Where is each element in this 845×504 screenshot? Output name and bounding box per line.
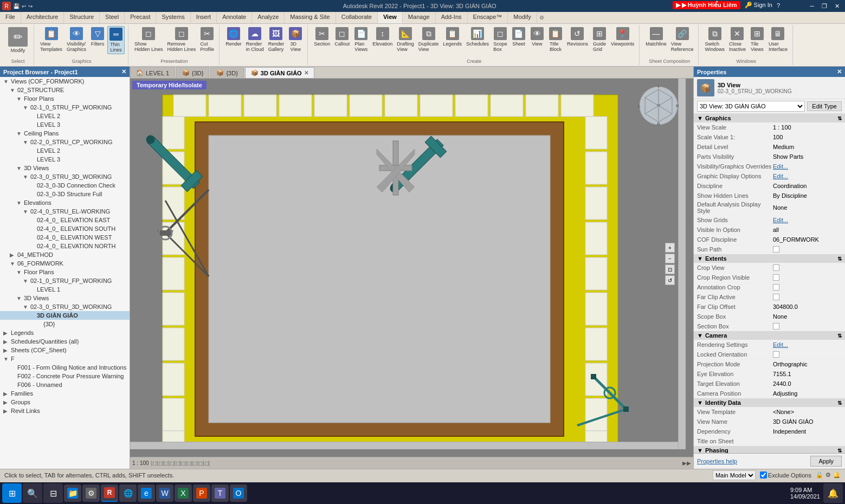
tree-toggle-25[interactable]: ▼ (16, 295, 24, 301)
nav-zoom-out[interactable]: − (665, 254, 675, 263)
tree-toggle-23[interactable]: ▼ (23, 278, 30, 284)
prop-value-detail-level[interactable]: Medium (773, 144, 842, 150)
close-inactive-btn[interactable]: ✕ CloseInactive (727, 26, 747, 53)
taskbar-excel[interactable]: X (175, 484, 192, 502)
quick-access-save[interactable]: 💾 (13, 3, 20, 9)
tab-gian-close[interactable]: ✕ (304, 70, 308, 76)
tree-toggle-7[interactable]: ▼ (23, 139, 30, 145)
remove-hidden-lines-btn[interactable]: ◻ RemoveHidden Lines (166, 26, 198, 53)
plan-views-btn[interactable]: 📄 PlanViews (352, 26, 370, 53)
prop-section-extents[interactable]: ▼ Extents ⇅ (694, 254, 845, 263)
search-btn[interactable]: 🔍 (23, 483, 42, 503)
prop-value-analysis-style[interactable]: None (773, 204, 842, 211)
view-templates-btn[interactable]: 📋 ViewTemplates (38, 26, 64, 54)
minimize-btn[interactable]: ─ (807, 2, 817, 11)
tile-views-btn[interactable]: ⊞ TileViews (749, 26, 766, 53)
tree-item-3[interactable]: ▼02-1_0_STRU_FP_WORKING (0, 103, 130, 112)
schedules-btn[interactable]: 📊 Schedules (465, 26, 491, 53)
tab-steel[interactable]: Steel (100, 12, 125, 23)
prop-edit-type-btn[interactable]: Edit Type (807, 101, 842, 111)
tree-toggle-10[interactable]: ▼ (16, 165, 24, 171)
prop-close-icon[interactable]: ✕ (837, 68, 842, 75)
tree-toggle-20[interactable]: ▶ (10, 252, 17, 258)
notification-btn[interactable]: 🔔 (823, 483, 843, 503)
taskbar-outlook[interactable]: O (230, 484, 247, 502)
tree-item-19[interactable]: 02-4_0_ ELEVATION NORTH (0, 242, 130, 250)
tree-item-31[interactable]: ▶Sheets (COF_Sheet) (0, 346, 130, 354)
prop-value-projection-mode[interactable]: Orthographic (773, 361, 842, 367)
tree-toggle-26[interactable]: ▼ (23, 304, 30, 310)
thin-lines-btn[interactable]: ═ ThinLines (107, 26, 125, 54)
tree-item-4[interactable]: LEVEL 2 (0, 112, 130, 120)
guide-grid-btn[interactable]: ⊞ GuideGrid (591, 26, 608, 53)
prop-value-dependency[interactable]: Independent (773, 428, 842, 435)
start-button[interactable]: ⊞ (2, 483, 22, 503)
prop-checkbox-section-box[interactable] (773, 323, 779, 329)
tab-addins[interactable]: Add-Ins (436, 12, 468, 23)
revisions-btn[interactable]: ↺ Revisions (565, 26, 590, 53)
vertical-scrollbar[interactable] (678, 79, 686, 449)
close-btn[interactable]: ✕ (831, 2, 843, 11)
tab-view[interactable]: View (378, 12, 403, 23)
tree-item-13[interactable]: 02-3_0-3D Structure Full (0, 190, 130, 198)
tree-item-33[interactable]: F001 - Form Oiling Notice and Intruction… (0, 363, 130, 372)
viewport-canvas[interactable]: Temporary Hide/Isolate T B L R (130, 79, 693, 457)
prop-value-view-scale[interactable]: 1 : 100 (773, 124, 842, 131)
tab-file[interactable]: File (0, 12, 21, 23)
prop-checkbox-sun-path[interactable] (773, 246, 779, 253)
tab-3d-1[interactable]: 📦 {3D} (176, 67, 209, 78)
tree-item-5[interactable]: LEVEL 3 (0, 120, 130, 129)
tree-item-24[interactable]: LEVEL 1 (0, 285, 130, 294)
tree-item-32[interactable]: ▼F (0, 354, 130, 363)
tab-analyze[interactable]: Analyze (252, 12, 285, 23)
prop-value-view-template[interactable]: <None> (773, 409, 842, 415)
tree-item-26[interactable]: ▼02-3_0_STRU_3D_WORKING (0, 302, 130, 311)
elevation-btn[interactable]: ↕ Elevation (371, 26, 394, 53)
scope-box-btn[interactable]: ◻ ScopeBox (492, 26, 509, 53)
taskbar-ppt[interactable]: P (193, 484, 210, 502)
tree-toggle-1[interactable]: ▼ (10, 87, 17, 93)
sign-in-btn[interactable]: 🔑 Sign In (745, 2, 772, 9)
drafting-view-btn[interactable]: 📐 DraftingView (395, 26, 416, 53)
taskbar-settings[interactable]: ⚙ (82, 484, 100, 502)
render-btn[interactable]: 🌐 Render (224, 26, 243, 53)
tab-structure[interactable]: Structure (64, 12, 100, 23)
tree-item-38[interactable]: ▶Revit Links (0, 406, 130, 415)
tree-item-21[interactable]: ▼06_FORMWORK (0, 259, 130, 268)
nav-cube[interactable]: T B L R ⊙ (637, 84, 680, 127)
render-cloud-btn[interactable]: ☁ Renderin Cloud (244, 26, 266, 53)
tree-item-28[interactable]: {3D} (0, 320, 130, 328)
prop-value-show-grids[interactable]: Edit... (773, 217, 842, 223)
prop-selector[interactable]: 3D View: 3D GIÀN GIÁO (697, 101, 805, 112)
title-block-btn[interactable]: 📋 TitleBlock (547, 26, 564, 53)
viewpoints-btn[interactable]: 📍 Viewpoints (609, 26, 636, 53)
tree-item-10[interactable]: ▼3D Views (0, 164, 130, 172)
tab-enscape[interactable]: Enscape™ (468, 12, 508, 23)
prop-section-identity[interactable]: ▼ Identity Data ⇅ (694, 398, 845, 407)
switch-windows-btn[interactable]: ⧉ SwitchWindows (703, 26, 726, 53)
filters-btn[interactable]: ▽ Filters (89, 26, 106, 54)
restore-btn[interactable]: ❐ (818, 2, 830, 11)
view-reference-btn[interactable]: 🔗 ViewReference (669, 26, 695, 53)
prop-value-view-name[interactable]: 3D GIÀN GIÁO (773, 418, 842, 425)
prop-value-visible-option[interactable]: all (773, 227, 842, 233)
prop-section-graphics[interactable]: ▼ Graphics ⇅ (694, 114, 845, 122)
tab-level1[interactable]: 🏠 LEVEL 1 (130, 67, 175, 78)
tree-item-35[interactable]: F006 - Unnamed (0, 380, 130, 389)
tree-item-9[interactable]: LEVEL 3 (0, 155, 130, 164)
tree-toggle-11[interactable]: ▼ (23, 174, 30, 180)
prop-value-target-elevation[interactable]: 2440.0 (773, 380, 842, 387)
tree-toggle-14[interactable]: ▼ (16, 200, 24, 206)
tree-item-6[interactable]: ▼Ceiling Plans (0, 129, 130, 138)
tree-toggle-15[interactable]: ▼ (23, 209, 30, 215)
nav-zoom-in[interactable]: + (665, 243, 675, 253)
taskbar-teams[interactable]: T (211, 484, 229, 502)
tab-3d-2[interactable]: 📦 {3D} (210, 67, 243, 78)
tree-toggle-36[interactable]: ▶ (3, 391, 11, 397)
sheet-btn[interactable]: 📄 Sheet (510, 26, 527, 53)
prop-value-parts-visibility[interactable]: Show Parts (773, 153, 842, 160)
user-interface-btn[interactable]: 🖥 UserInterface (767, 26, 789, 53)
modify-btn[interactable]: ✏ Modify (5, 26, 30, 54)
render-gallery-btn[interactable]: 🖼 RenderGallery (267, 26, 286, 53)
tree-toggle-22[interactable]: ▼ (16, 269, 24, 275)
